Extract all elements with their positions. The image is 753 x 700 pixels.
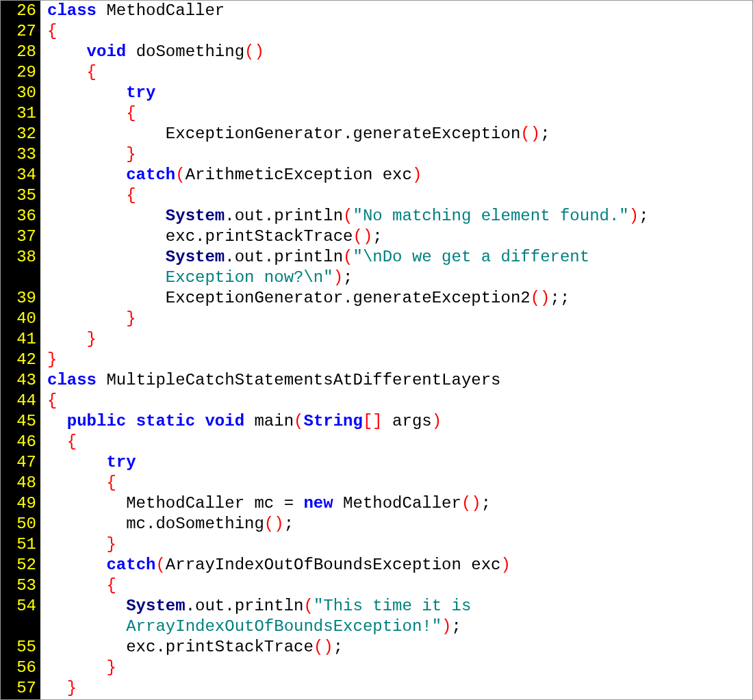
token: ; bbox=[639, 207, 648, 225]
token bbox=[47, 207, 166, 225]
line-number: 53 bbox=[6, 575, 36, 596]
line-number: 36 bbox=[6, 206, 36, 226]
line-number: 54 bbox=[6, 596, 36, 617]
line-number-gutter: 2627282930313233343536373839404142434445… bbox=[1, 1, 40, 699]
token: ; bbox=[343, 268, 353, 287]
line-number: 55 bbox=[6, 637, 36, 658]
token: catch bbox=[106, 556, 155, 574]
token: public static void bbox=[67, 412, 255, 430]
token bbox=[47, 248, 166, 266]
code-line[interactable]: System.out.println("This time it is bbox=[47, 596, 752, 617]
token: ( bbox=[294, 412, 303, 430]
code-line[interactable]: ExceptionGenerator.generateException2();… bbox=[47, 288, 752, 309]
token: ; bbox=[540, 125, 550, 143]
token bbox=[47, 474, 106, 492]
token: ;; bbox=[550, 289, 570, 307]
code-line[interactable]: try bbox=[47, 83, 752, 103]
token: ( bbox=[343, 248, 353, 266]
code-line[interactable]: exc.printStackTrace(); bbox=[47, 226, 752, 247]
line-number: 56 bbox=[6, 658, 36, 678]
line-number: 49 bbox=[6, 493, 36, 514]
code-line[interactable]: mc.doSomething(); bbox=[47, 514, 752, 534]
code-line[interactable]: { bbox=[47, 432, 752, 452]
token bbox=[47, 268, 166, 287]
token bbox=[47, 83, 126, 102]
code-line[interactable]: } bbox=[47, 534, 752, 555]
code-line[interactable]: { bbox=[47, 62, 752, 83]
code-line[interactable]: ExceptionGenerator.generateException(); bbox=[47, 124, 752, 144]
token: MethodCaller bbox=[106, 1, 225, 20]
token: () bbox=[461, 494, 481, 513]
code-line[interactable]: exc.printStackTrace(); bbox=[47, 637, 752, 658]
token: System bbox=[166, 207, 225, 225]
token: () bbox=[314, 638, 333, 656]
token: ) bbox=[432, 412, 442, 430]
token: } bbox=[87, 330, 97, 348]
token: ( bbox=[343, 207, 353, 225]
code-line[interactable]: MethodCaller mc = new MethodCaller(); bbox=[47, 493, 752, 514]
code-line[interactable]: } bbox=[47, 144, 752, 165]
token: ) bbox=[442, 617, 451, 636]
token: System bbox=[166, 248, 225, 266]
token bbox=[47, 597, 126, 615]
token: ; bbox=[284, 515, 294, 533]
token: } bbox=[47, 350, 57, 369]
line-number: 48 bbox=[6, 473, 36, 493]
code-line[interactable]: { bbox=[47, 21, 752, 42]
line-number: 30 bbox=[6, 83, 36, 103]
code-line[interactable]: { bbox=[47, 391, 752, 411]
code-line[interactable]: } bbox=[47, 309, 752, 329]
code-line[interactable]: catch(ArithmeticException exc) bbox=[47, 165, 752, 185]
code-editor[interactable]: 2627282930313233343536373839404142434445… bbox=[1, 1, 752, 699]
token: ; bbox=[481, 494, 491, 513]
token: args bbox=[383, 412, 432, 430]
line-number: 50 bbox=[6, 514, 36, 534]
token bbox=[47, 432, 67, 451]
code-line[interactable]: } bbox=[47, 350, 752, 370]
token: Exception now?\n" bbox=[166, 268, 333, 287]
line-number: 38 bbox=[6, 247, 36, 268]
line-number: 34 bbox=[6, 165, 36, 185]
line-number: 40 bbox=[6, 309, 36, 329]
code-line[interactable]: catch(ArrayIndexOutOfBoundsException exc… bbox=[47, 555, 752, 575]
token: { bbox=[126, 186, 136, 205]
code-line[interactable]: } bbox=[47, 329, 752, 350]
code-line[interactable]: { bbox=[47, 103, 752, 124]
code-line[interactable]: System.out.println("\nDo we get a differ… bbox=[47, 247, 752, 268]
token: "\nDo we get a different bbox=[353, 248, 599, 266]
code-line[interactable]: class MultipleCatchStatementsAtDifferent… bbox=[47, 370, 752, 391]
token: { bbox=[87, 63, 97, 81]
token: .out.println bbox=[225, 248, 343, 266]
token: } bbox=[67, 679, 77, 697]
line-number: 35 bbox=[6, 185, 36, 206]
token: () bbox=[520, 125, 540, 143]
code-line[interactable]: try bbox=[47, 452, 752, 473]
line-number: 57 bbox=[6, 678, 36, 699]
token: () bbox=[264, 515, 284, 533]
line-number: 44 bbox=[6, 391, 36, 411]
token: ) bbox=[501, 556, 511, 574]
code-line[interactable]: } bbox=[47, 678, 752, 699]
code-line[interactable]: void doSomething() bbox=[47, 42, 752, 62]
token: "This time it is bbox=[314, 597, 481, 615]
token: try bbox=[106, 453, 136, 471]
token: { bbox=[47, 391, 57, 410]
token: class bbox=[47, 1, 106, 20]
code-line[interactable]: { bbox=[47, 473, 752, 493]
code-area[interactable]: class MethodCaller{ void doSomething() {… bbox=[40, 1, 752, 699]
token: ) bbox=[629, 207, 639, 225]
code-line[interactable]: Exception now?\n"); bbox=[47, 268, 752, 288]
line-number: 28 bbox=[6, 42, 36, 62]
token: .out.println bbox=[225, 207, 343, 225]
code-line[interactable]: } bbox=[47, 658, 752, 678]
token: } bbox=[106, 535, 116, 554]
code-line[interactable]: class MethodCaller bbox=[47, 1, 752, 21]
line-number: 37 bbox=[6, 226, 36, 247]
code-line[interactable]: ArrayIndexOutOfBoundsException!"); bbox=[47, 617, 752, 637]
token bbox=[47, 42, 87, 61]
code-line[interactable]: public static void main(String[] args) bbox=[47, 411, 752, 432]
token: { bbox=[67, 432, 77, 451]
code-line[interactable]: { bbox=[47, 575, 752, 596]
code-line[interactable]: { bbox=[47, 185, 752, 206]
code-line[interactable]: System.out.println("No matching element … bbox=[47, 206, 752, 226]
